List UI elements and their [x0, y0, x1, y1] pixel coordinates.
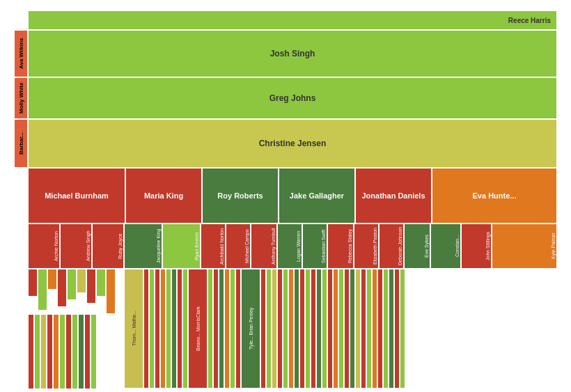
small-tile[interactable]	[53, 314, 59, 389]
deborah-johnson-tile[interactable]: Deborah Johnson	[379, 224, 404, 269]
michael-campo-tile[interactable]: Michael Campo	[226, 224, 251, 269]
small-tile[interactable]	[155, 269, 160, 389]
small-tile[interactable]	[266, 269, 272, 389]
small-tile[interactable]	[38, 269, 47, 311]
christine-jensen-label: Christine Jensen	[259, 139, 327, 148]
small-tile[interactable]	[219, 269, 224, 389]
small-tile[interactable]	[28, 269, 38, 297]
ava-content-tile[interactable]: Josh Singh	[28, 30, 557, 77]
kyle-palmer-tile[interactable]: Kyle Palmer	[492, 224, 557, 269]
michael-burnham-tile[interactable]: Michael Burnham	[28, 168, 125, 224]
small-tile[interactable]	[344, 269, 350, 389]
small-tile[interactable]	[230, 269, 235, 389]
roy-roberts-tile[interactable]: Roy Roberts	[202, 168, 279, 224]
small-tile[interactable]	[305, 269, 311, 389]
molly-content-tile[interactable]: Greg Johns	[28, 77, 557, 119]
small-tile[interactable]	[40, 314, 47, 389]
logan-warren-tile[interactable]: Logan Warren	[277, 224, 302, 269]
small-tile[interactable]	[78, 314, 84, 389]
small-tile[interactable]	[160, 269, 166, 389]
small-tile[interactable]	[86, 269, 96, 304]
archibald-norton-tile[interactable]: Archibald Norton	[201, 224, 226, 269]
small-tile[interactable]	[47, 269, 57, 290]
small-tile[interactable]	[361, 269, 366, 389]
maria-king-tile[interactable]: Maria King	[125, 168, 202, 224]
small-tile[interactable]	[224, 269, 230, 389]
small-tile[interactable]	[47, 314, 53, 389]
small-tile[interactable]	[355, 269, 361, 389]
small-tile[interactable]	[377, 269, 383, 389]
john-stillings-tile[interactable]: John Stillings	[461, 224, 492, 269]
greg-johns-label: Greg Johns	[269, 93, 316, 103]
barbar-content-tile[interactable]: Christine Jensen	[28, 119, 557, 168]
bottom-group-1	[28, 269, 124, 389]
jacqueline-king-tile[interactable]: Jacqueline King	[124, 224, 162, 269]
roy-roberts-label: Roy Roberts	[217, 191, 263, 200]
small-tile[interactable]	[96, 269, 106, 297]
small-tile[interactable]	[350, 269, 355, 389]
small-tile[interactable]	[299, 269, 305, 389]
barbar-label: Barbar...	[18, 132, 24, 155]
small-tile[interactable]	[400, 269, 405, 389]
small-tile[interactable]	[57, 269, 67, 307]
small-tile[interactable]	[208, 269, 213, 389]
beano-morrisclark-label[interactable]: Beano... MorrisClark	[188, 269, 208, 389]
small-tile[interactable]	[272, 269, 277, 389]
eve-sykes-tile[interactable]: Eve Sykes	[404, 224, 430, 269]
molly-label-tile[interactable]: Molly White	[14, 77, 28, 119]
small-tile[interactable]	[389, 269, 394, 389]
small-tile[interactable]	[91, 314, 97, 389]
small-tile[interactable]	[143, 269, 149, 389]
small-tile[interactable]	[65, 314, 72, 389]
tyle-brianpenley-label[interactable]: Tyle... Brian Penley	[241, 269, 260, 389]
small-tile[interactable]	[294, 269, 299, 389]
small-tile[interactable]	[366, 269, 372, 389]
jake-gallagher-tile[interactable]: Jake Gallagher	[279, 168, 355, 224]
small-tile[interactable]	[316, 269, 322, 389]
small-tile[interactable]	[149, 269, 155, 389]
small-tile[interactable]	[84, 314, 91, 389]
small-tile[interactable]	[171, 269, 177, 389]
thomas-mathe-label[interactable]: Thom... Mathe...	[124, 269, 143, 389]
small-tile[interactable]	[372, 269, 377, 389]
small-tile[interactable]	[338, 269, 344, 389]
andrew-singh-tile[interactable]: Andrew Singh	[60, 224, 92, 269]
barbar-label-tile[interactable]: Barbar...	[14, 119, 28, 168]
eva-hunter-tile[interactable]: Eva Hunte...	[432, 168, 557, 224]
small-tile[interactable]	[106, 269, 116, 314]
constance-tile[interactable]: Constan...	[430, 224, 461, 269]
small-tile[interactable]	[213, 269, 219, 389]
small-tile[interactable]	[34, 314, 40, 389]
small-tile[interactable]	[166, 269, 171, 389]
small-tile[interactable]	[327, 269, 333, 389]
rebecca-staley-tile[interactable]: Rebecca Staley	[327, 224, 354, 269]
elizabeth-peaton-tile[interactable]: Elizabeth Peaton	[354, 224, 379, 269]
small-tile[interactable]	[177, 269, 182, 389]
small-tile[interactable]	[311, 269, 316, 389]
ava-label-tile[interactable]: Ava Wilkins	[14, 30, 28, 77]
eva-hunter-label: Eva Hunte...	[473, 191, 517, 200]
small-tile[interactable]	[67, 269, 77, 300]
small-tile[interactable]	[72, 314, 78, 389]
small-tile[interactable]	[288, 269, 294, 389]
small-tile[interactable]	[59, 314, 65, 389]
small-tile[interactable]	[283, 269, 288, 389]
small-tile[interactable]	[333, 269, 338, 389]
small-tile[interactable]	[77, 269, 86, 293]
sebastian-swift-tile[interactable]: Sebastian Swift	[302, 224, 327, 269]
bottom-group-2: Thom... Mathe... Beano... MorrisClark Ty	[124, 269, 557, 389]
ryan-emrich-tile[interactable]: Ryan Emrich	[162, 224, 201, 269]
small-tile[interactable]	[182, 269, 188, 389]
anthony-turnbull-tile[interactable]: Anthony Turnbull	[251, 224, 277, 269]
small-tile[interactable]	[235, 269, 241, 389]
archie-norton-tile[interactable]: Archie Norton	[28, 224, 60, 269]
small-tile[interactable]	[28, 314, 34, 389]
small-tile[interactable]	[260, 269, 266, 389]
small-tile[interactable]	[394, 269, 400, 389]
jonathan-daniels-tile[interactable]: Jonathan Daniels	[355, 168, 432, 224]
ruby-joyce-tile[interactable]: Ruby Joyce	[92, 224, 124, 269]
reece-harris-tile[interactable]: Reece Harris	[28, 10, 557, 30]
small-tile[interactable]	[383, 269, 389, 389]
small-tile[interactable]	[322, 269, 327, 389]
small-tile[interactable]	[277, 269, 283, 389]
